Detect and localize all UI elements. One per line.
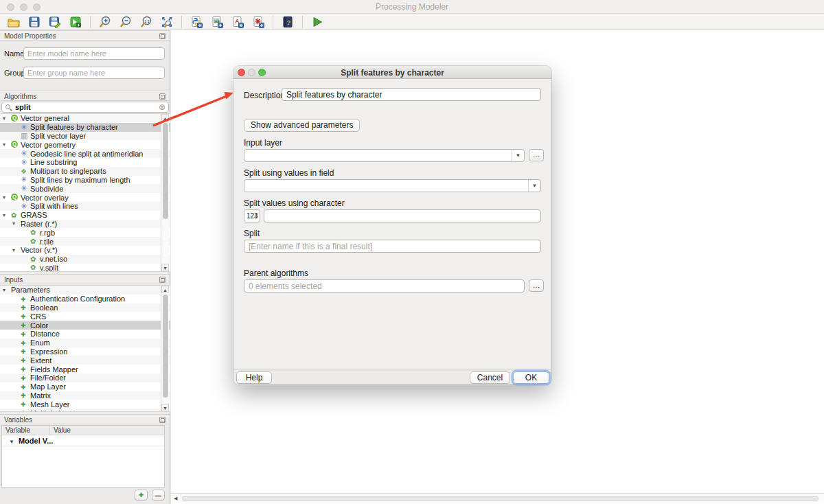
- expander-icon[interactable]: ▾: [3, 141, 11, 148]
- algorithm-search[interactable]: split ⊗: [1, 102, 169, 113]
- export-python-icon[interactable]: [188, 14, 205, 30]
- scrollbar-thumb[interactable]: [163, 123, 168, 219]
- grass-icon: [30, 238, 40, 245]
- export-pdf-icon[interactable]: A: [229, 14, 246, 30]
- scrollbar-thumb[interactable]: [163, 295, 168, 398]
- expander-icon[interactable]: ▾: [3, 194, 11, 201]
- canvas-horizontal-scrollbar[interactable]: ◀: [171, 493, 824, 503]
- remove-variable-button[interactable]: ▬: [152, 490, 165, 501]
- expander-icon[interactable]: ▾: [12, 220, 21, 227]
- data-type-spinner[interactable]: 123▲▼: [244, 209, 260, 222]
- save-model-as-icon[interactable]: [47, 14, 63, 30]
- expander-icon[interactable]: ▼: [9, 439, 14, 445]
- scroll-up-icon[interactable]: ▲: [161, 114, 169, 122]
- input-tree-row[interactable]: ▾ Distance: [0, 330, 170, 339]
- input-tree-row[interactable]: ▾ Enum: [0, 339, 170, 347]
- algorithm-tree-row[interactable]: ▾ Geodesic line split at antimeridian: [0, 149, 170, 158]
- algorithm-tree-row[interactable]: ▾ v.net.iso: [0, 255, 170, 264]
- float-panel-icon[interactable]: [159, 277, 165, 283]
- float-panel-icon[interactable]: [159, 417, 165, 423]
- expander-icon[interactable]: ▾: [12, 247, 21, 253]
- input-tree-row[interactable]: ▾ Parameters: [0, 286, 170, 295]
- save-model-icon[interactable]: [26, 14, 43, 30]
- algorithm-tree-row[interactable]: ▾ v.split: [0, 264, 170, 272]
- input-tree-row[interactable]: ▾ Extent: [0, 356, 170, 365]
- algorithm-tree-row[interactable]: ▾ Vector general: [0, 114, 170, 123]
- expander-icon[interactable]: ▾: [3, 287, 11, 293]
- add-variable-button[interactable]: ✚: [135, 490, 148, 501]
- split-field-combobox[interactable]: ▼: [244, 179, 541, 192]
- inputs-scrollbar[interactable]: ▲ ▼: [161, 286, 169, 411]
- zoom-full-icon[interactable]: [159, 14, 175, 30]
- toolbar-separator: [181, 16, 182, 28]
- input-tree-row[interactable]: ▾ Color: [0, 321, 170, 330]
- model-canvas[interactable]: ◀ Split features by character Descriptio…: [171, 30, 824, 504]
- run-model-icon[interactable]: [309, 14, 325, 30]
- input-tree-row[interactable]: ▾ Mesh Layer: [0, 400, 170, 409]
- expander-icon[interactable]: ▾: [3, 212, 11, 218]
- export-svg-icon[interactable]: [250, 14, 266, 30]
- expander-icon[interactable]: ▾: [3, 115, 11, 122]
- split-output-input[interactable]: [244, 240, 541, 253]
- algorithm-tree-row[interactable]: ▾ Vector (v.*): [0, 246, 170, 255]
- algorithm-tree-row[interactable]: ▾ Vector overlay: [0, 193, 170, 202]
- scroll-down-icon[interactable]: ▼: [161, 264, 169, 271]
- model-group-input[interactable]: [23, 67, 165, 79]
- input-tree-row[interactable]: ▾ Authentication Configuration: [0, 295, 170, 303]
- model-name-input[interactable]: [23, 47, 165, 60]
- export-image-icon[interactable]: [209, 14, 225, 30]
- algorithm-tree-row[interactable]: ▾ Split vector layer: [0, 132, 170, 141]
- input-layer-browse-button[interactable]: …: [529, 149, 544, 161]
- maximize-dialog-icon[interactable]: [258, 69, 266, 76]
- split-character-input[interactable]: [264, 209, 541, 222]
- input-tree-row[interactable]: ▾ Fields Mapper: [0, 365, 170, 374]
- input-tree-row[interactable]: ▾ Expression: [0, 347, 170, 356]
- input-tree-row[interactable]: ▾ Boolean: [0, 303, 170, 312]
- algorithm-tree-row[interactable]: ▾ GRASS: [0, 211, 170, 220]
- parent-algorithms-browse-button[interactable]: …: [529, 279, 544, 292]
- input-tree-row[interactable]: ▾ Map Layer: [0, 382, 170, 391]
- scroll-left-icon[interactable]: ◀: [174, 496, 177, 501]
- parent-algorithms-input[interactable]: [244, 279, 525, 293]
- algorithm-tree-row[interactable]: ▾ Vector geometry: [0, 140, 170, 149]
- zoom-in-icon[interactable]: [97, 14, 113, 30]
- input-tree-row[interactable]: ▾ Multiple Input: [0, 409, 170, 412]
- zoom-out-icon[interactable]: [117, 14, 134, 30]
- algorithms-scrollbar[interactable]: ▲ ▼: [161, 114, 169, 271]
- open-model-icon[interactable]: [5, 14, 22, 30]
- minimize-dialog-icon[interactable]: [248, 69, 255, 76]
- show-advanced-parameters-button[interactable]: Show advanced parameters: [244, 119, 360, 132]
- input-tree-row[interactable]: ▾ File/Folder: [0, 374, 170, 382]
- scroll-up-icon[interactable]: ▲: [161, 286, 169, 293]
- description-input[interactable]: [282, 88, 541, 101]
- scrollbar-thumb[interactable]: [182, 496, 819, 501]
- help-button[interactable]: Help: [236, 371, 272, 384]
- algorithm-tree-row[interactable]: ▾ Subdivide: [0, 184, 170, 193]
- float-panel-icon[interactable]: [159, 33, 165, 39]
- search-value[interactable]: split: [15, 103, 31, 111]
- cancel-button[interactable]: Cancel: [470, 371, 510, 384]
- save-model-in-project-icon[interactable]: [67, 14, 84, 30]
- algorithm-tree-row[interactable]: ▾ Raster (r.*): [0, 220, 170, 229]
- scroll-down-icon[interactable]: ▼: [161, 404, 169, 411]
- edit-help-icon[interactable]: ?: [279, 14, 296, 30]
- algorithm-tree-row[interactable]: ▾ r.tile: [0, 237, 170, 246]
- zoom-actual-icon[interactable]: 1:1: [138, 14, 154, 30]
- close-dialog-icon[interactable]: [238, 69, 245, 76]
- algorithm-tree-row[interactable]: ▾ r.rgb: [0, 228, 170, 237]
- float-panel-icon[interactable]: [159, 93, 165, 100]
- algorithm-tree-row[interactable]: ▾ Line substring: [0, 158, 170, 167]
- algorithm-tree-row[interactable]: ▾ Split features by character: [0, 123, 170, 132]
- algorithm-tree-row[interactable]: ▾ Split with lines: [0, 202, 170, 211]
- spinner-arrows-icon[interactable]: ▲▼: [255, 212, 258, 219]
- input-tree-row[interactable]: ▾ Matrix: [0, 391, 170, 400]
- clear-search-icon[interactable]: ⊗: [159, 102, 165, 112]
- plus-icon: [21, 321, 30, 329]
- model-variables-root-row[interactable]: ▼Model V...: [2, 435, 164, 446]
- algorithm-tree-row[interactable]: ▾ Multipart to singleparts: [0, 167, 170, 176]
- algorithm-tree-row[interactable]: ▾ Split lines by maximum length: [0, 176, 170, 185]
- ok-button[interactable]: OK: [513, 371, 549, 384]
- plus-icon: [21, 391, 30, 399]
- input-tree-row[interactable]: ▾ CRS: [0, 312, 170, 321]
- input-layer-combobox[interactable]: ▼: [244, 149, 525, 162]
